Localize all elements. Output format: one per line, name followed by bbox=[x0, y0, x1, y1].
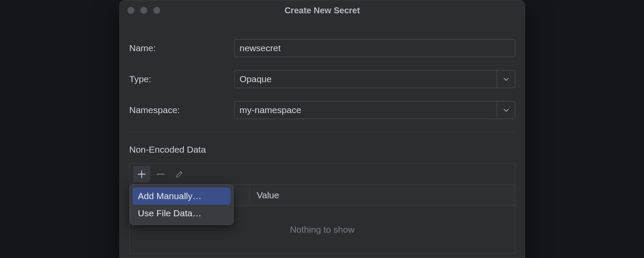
add-button[interactable] bbox=[133, 166, 150, 182]
section-label: Non-Encoded Data bbox=[120, 144, 525, 163]
pencil-icon bbox=[175, 170, 184, 178]
column-value: Value bbox=[250, 184, 515, 206]
menu-item-use-file-data[interactable]: Use File Data… bbox=[133, 205, 231, 222]
menu-item-add-manually[interactable]: Add Manually… bbox=[133, 187, 231, 205]
dialog-title: Create New Secret bbox=[120, 6, 525, 15]
add-menu: Add Manually… Use File Data… bbox=[130, 184, 234, 225]
titlebar: Create New Secret bbox=[120, 0, 525, 20]
minus-icon bbox=[156, 169, 165, 179]
chevron-down-icon bbox=[497, 101, 515, 119]
create-secret-dialog: Create New Secret Name: Type: Opaque Nam… bbox=[119, 0, 525, 258]
divider bbox=[129, 132, 515, 132]
window-controls bbox=[128, 7, 160, 14]
remove-button[interactable] bbox=[152, 166, 169, 182]
namespace-row: Namespace: my-namespace bbox=[129, 101, 515, 119]
type-row: Type: Opaque bbox=[129, 70, 515, 88]
type-select[interactable]: Opaque bbox=[234, 70, 515, 88]
type-label: Type: bbox=[129, 74, 234, 84]
namespace-label: Namespace: bbox=[129, 105, 234, 115]
empty-state: Nothing to show bbox=[290, 224, 355, 235]
maximize-window-button[interactable] bbox=[153, 7, 160, 14]
name-input[interactable] bbox=[234, 39, 515, 57]
close-window-button[interactable] bbox=[128, 7, 134, 14]
plus-icon bbox=[137, 169, 146, 179]
form: Name: Type: Opaque Namespace: my-namespa… bbox=[120, 20, 525, 119]
namespace-value: my-namespace bbox=[234, 105, 497, 115]
name-label: Name: bbox=[129, 43, 234, 53]
chevron-down-icon bbox=[497, 71, 515, 88]
type-value: Opaque bbox=[234, 74, 497, 84]
data-table: Add Manually… Use File Data… Key Value N… bbox=[129, 163, 515, 254]
name-row: Name: bbox=[129, 39, 515, 57]
namespace-select[interactable]: my-namespace bbox=[234, 101, 515, 119]
table-toolbar bbox=[130, 164, 515, 184]
edit-button[interactable] bbox=[171, 166, 188, 182]
minimize-window-button[interactable] bbox=[140, 7, 147, 14]
